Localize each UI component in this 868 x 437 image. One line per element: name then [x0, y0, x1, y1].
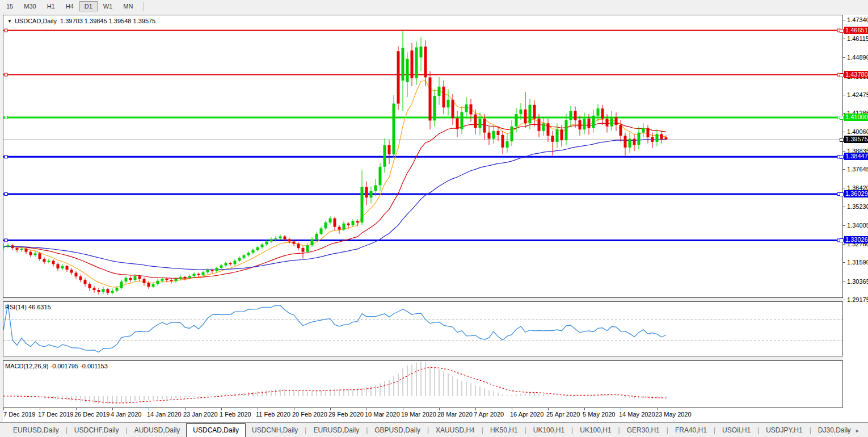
price-tick-label: 1.44890 [847, 54, 868, 61]
timeframe-button-mn[interactable]: MN [118, 1, 138, 11]
chart-tab-gbpusd-daily[interactable]: GBPUSD,Daily [368, 424, 427, 437]
price-axis[interactable]: 1.473401.461151.448901.436651.424751.412… [843, 15, 868, 422]
chart-tab-usdcad-daily[interactable]: USDCAD,Daily [186, 423, 246, 437]
date-tick-mark [258, 408, 258, 410]
price-tick-label: 1.31590 [847, 259, 868, 266]
timeframe-button-m30[interactable]: M30 [19, 1, 41, 11]
date-tick-label: 7 Apr 2020 [474, 411, 504, 418]
price-tick-mark [843, 95, 845, 95]
date-tick-label: 14 Jan 2020 [147, 411, 182, 418]
tab-scroll-right-icon[interactable]: ► [855, 428, 865, 434]
date-tick-mark [439, 408, 440, 410]
price-tick-label: 1.46115 [847, 35, 868, 42]
date-tick-label: 20 Feb 2020 [292, 411, 327, 418]
date-tick-mark [621, 408, 621, 410]
price-level-badge: 1.43780 [844, 71, 868, 78]
level-endpoint-square [840, 116, 844, 120]
price-tick-mark [843, 188, 845, 188]
date-tick-label: 10 Mar 2020 [365, 411, 400, 418]
level-endpoint-square [840, 138, 844, 142]
chart-tab-ger30-h1[interactable]: GER30,H1 [621, 424, 666, 437]
chart-title[interactable]: ▼USDCAD,Daily 1.39703 1.39845 1.39548 1.… [7, 18, 155, 24]
macd-indicator-label: MACD(12,26,9) -0.001795 -0.001153 [5, 363, 108, 369]
price-level-badge: 1.36029 [844, 190, 868, 198]
price-level-badge: 1.39575 [844, 136, 868, 143]
date-tick-mark [330, 408, 331, 410]
chart-ohlc-values: 1.39703 1.39845 1.39548 1.39575 [60, 18, 155, 24]
date-tick-label: 7 Dec 2019 [3, 411, 35, 418]
chart-tab-usoil-h1[interactable]: USOil,H1 [716, 424, 757, 437]
price-tick-mark [843, 207, 845, 207]
chart-tab-xauusd-h4[interactable]: XAUUSD,H4 [429, 424, 481, 437]
date-tick-mark [657, 408, 658, 410]
timeframe-button-w1[interactable]: W1 [98, 1, 118, 11]
price-tick-mark [843, 244, 845, 245]
timeframe-button-d1[interactable]: D1 [79, 1, 98, 11]
toolbar-separator [143, 2, 144, 11]
level-endpoint-square [840, 29, 844, 33]
date-tick-mark [584, 408, 585, 410]
date-tick-mark [112, 408, 113, 410]
timeframe-buttons: 15M30H1H4D1W1MN [1, 1, 138, 11]
timeframe-button-h1[interactable]: H1 [42, 1, 60, 11]
price-level-badge: 1.46651 [844, 27, 868, 34]
price-tick-mark [843, 300, 845, 300]
price-tick-label: 1.42475 [847, 91, 868, 98]
chart-tab-hk50-h1[interactable]: HK50,H1 [484, 424, 524, 437]
chart-tab-usdjpy-h1[interactable]: USDJPY,H1 [760, 424, 808, 437]
chart-tab-audusd-daily[interactable]: AUDUSD,Daily [128, 424, 187, 437]
price-tick-mark [843, 132, 845, 132]
date-tick-label: 23 May 2020 [655, 411, 692, 418]
timeframe-button-15[interactable]: 15 [1, 1, 18, 11]
tab-scroll-arrows: ◄► [845, 428, 865, 434]
date-tick-mark [294, 408, 294, 410]
price-level-badge: 1.33026 [844, 236, 868, 243]
price-tick-label: 1.37645 [847, 166, 868, 173]
price-tick-mark [843, 57, 845, 58]
price-tick-label: 1.40060 [847, 128, 868, 135]
tab-scroll-left-icon[interactable]: ◄ [845, 428, 855, 434]
chart-tab-eurusd-daily[interactable]: EURUSD,Daily [7, 424, 65, 437]
trading-terminal-window: 15M30H1H4D1W1MN ▼USDCAD,Daily 1.39703 1.… [0, 0, 868, 437]
price-tick-mark [843, 151, 845, 152]
chart-tab-fra40-h1[interactable]: FRA40,H1 [669, 424, 713, 437]
date-tick-mark [366, 408, 367, 410]
chart-canvas[interactable] [3, 15, 843, 408]
date-axis[interactable]: 7 Dec 201917 Dec 201926 Dec 20194 Jan 20… [3, 408, 843, 422]
date-tick-mark [3, 408, 4, 410]
level-endpoint-square [840, 73, 844, 77]
chart-tab-usdchf-daily[interactable]: USDCHF,Daily [68, 424, 125, 437]
date-tick-mark [76, 408, 77, 410]
price-tick-label: 1.29175 [847, 296, 868, 303]
date-tick-mark [548, 408, 549, 410]
date-tick-label: 28 Mar 2020 [437, 411, 473, 418]
date-tick-mark [221, 408, 222, 410]
date-tick-label: 19 Mar 2020 [401, 411, 436, 418]
date-tick-label: 29 Feb 2020 [328, 411, 364, 418]
price-tick-mark [843, 20, 845, 20]
date-tick-label: 1 Feb 2020 [220, 411, 251, 418]
chart-tab-eurusd-daily[interactable]: EURUSD,Daily [307, 424, 365, 437]
date-tick-mark [512, 408, 512, 410]
price-tick-mark [843, 225, 845, 226]
price-tick-label: 1.34005 [847, 222, 868, 229]
chart-tab-uk100-h1[interactable]: UK100,H1 [574, 424, 617, 437]
date-tick-mark [149, 408, 149, 410]
date-tick-label: 4 Jan 2020 [111, 411, 141, 418]
date-tick-mark [475, 408, 476, 410]
date-tick-label: 17 Dec 2019 [38, 411, 73, 418]
chart-tab-usdcnh-daily[interactable]: USDCNH,Daily [246, 424, 304, 437]
date-tick-label: 11 Feb 2020 [256, 411, 290, 418]
chart-tab-uk100-h1[interactable]: UK100,H1 [527, 424, 571, 437]
date-tick-label: 16 Apr 2020 [510, 411, 543, 418]
chart-symbol-label: USDCAD,Daily [15, 18, 57, 24]
date-tick-label: 25 Apr 2020 [546, 411, 580, 418]
price-tick-label: 1.30365 [847, 278, 868, 285]
chevron-down-icon[interactable]: ▼ [7, 19, 12, 24]
date-tick-label: 26 Dec 2019 [74, 411, 109, 418]
price-tick-mark [843, 169, 845, 170]
date-tick-label: 14 May 2020 [619, 411, 655, 418]
price-tick-mark [843, 262, 845, 263]
timeframe-button-h4[interactable]: H4 [61, 1, 79, 11]
date-tick-label: 5 May 2020 [583, 411, 615, 418]
